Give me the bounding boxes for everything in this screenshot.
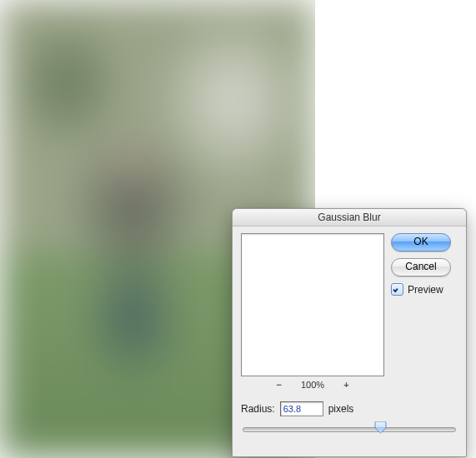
zoom-in-button[interactable]: + <box>343 380 348 390</box>
radius-unit: pixels <box>328 403 354 415</box>
dialog-body: − 100% + OK Cancel Preview Radius: pixel… <box>233 227 466 456</box>
zoom-out-button[interactable]: − <box>276 380 281 390</box>
ok-button[interactable]: OK <box>391 233 451 251</box>
zoom-controls: − 100% + <box>241 380 384 390</box>
radius-slider[interactable] <box>243 421 454 436</box>
preview-toggle[interactable]: Preview <box>391 283 456 296</box>
zoom-level: 100% <box>301 380 324 390</box>
radius-row: Radius: pixels <box>241 401 456 416</box>
preview-checkbox[interactable] <box>391 283 403 296</box>
slider-thumb[interactable] <box>374 421 387 434</box>
radius-label: Radius: <box>241 403 275 415</box>
dialog-actions: OK Cancel Preview <box>391 233 456 296</box>
preview-checkbox-label: Preview <box>408 284 443 296</box>
radius-input[interactable] <box>280 401 323 416</box>
slider-track <box>243 427 456 432</box>
dialog-title: Gaussian Blur <box>233 209 466 227</box>
preview-thumbnail[interactable] <box>241 233 384 376</box>
gaussian-blur-dialog: Gaussian Blur − 100% + OK Cancel Preview… <box>232 208 467 457</box>
cancel-button[interactable]: Cancel <box>391 258 451 276</box>
